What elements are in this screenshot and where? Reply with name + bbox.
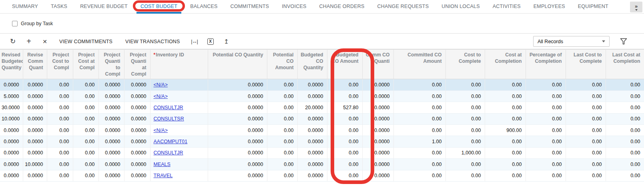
cell[interactable]: 0.00	[606, 90, 644, 102]
tab-activities[interactable]: ACTIVITIES	[486, 0, 527, 14]
column-header-cost-to-complete[interactable]: Cost to Complete	[445, 50, 485, 79]
cell[interactable]: 0.00	[566, 170, 606, 181]
cell[interactable]: 0.00	[485, 102, 526, 113]
cell[interactable]: 0.00	[606, 159, 644, 170]
export-to-excel-button[interactable]: X	[203, 36, 219, 48]
cell[interactable]: 0.0000	[208, 102, 267, 113]
cell[interactable]: 0.00	[485, 170, 526, 181]
cell[interactable]: 0.00	[73, 90, 98, 102]
cell[interactable]: 0.0000	[124, 102, 150, 113]
cell[interactable]: 0.0000	[297, 113, 327, 124]
cell[interactable]: 0.0000	[0, 170, 23, 181]
cell[interactable]: <N/A>	[150, 79, 208, 90]
cell[interactable]: 0.0000	[23, 125, 47, 136]
cell[interactable]: 5.0000	[0, 90, 23, 102]
column-header-project-cost-to-compl[interactable]: Project Cost to Compl	[47, 50, 73, 79]
cell[interactable]: 0.00	[445, 102, 485, 113]
cell[interactable]: 0.00	[393, 90, 445, 102]
cell[interactable]: 0.00	[393, 170, 445, 181]
cell[interactable]: 0.00	[267, 90, 297, 102]
cell[interactable]: 0.0000	[23, 90, 47, 102]
cell[interactable]: 0.00	[393, 79, 445, 90]
cell[interactable]: 0.00	[445, 125, 485, 136]
cell[interactable]: 0.0000	[124, 113, 150, 124]
tab-change-requests[interactable]: CHANGE REQUESTS	[371, 0, 435, 14]
cell[interactable]: 0.0000	[297, 90, 327, 102]
cell[interactable]: 10.0000	[0, 113, 23, 124]
cell[interactable]: 0.0000	[208, 147, 267, 158]
cell[interactable]: 0.0000	[208, 113, 267, 124]
tab-equipment[interactable]: EQUIPMENT	[572, 0, 615, 14]
cell[interactable]: 0.0000	[297, 170, 327, 181]
column-header-last-cost-at-completion[interactable]: Last Cost at Completion	[606, 50, 644, 79]
cell[interactable]: <N/A>	[150, 125, 208, 136]
cell[interactable]: 0.00	[526, 90, 566, 102]
cell[interactable]: 0.0000	[362, 147, 393, 158]
cell[interactable]: 0.0000	[208, 170, 267, 181]
records-filter-dropdown[interactable]: All Records	[533, 36, 610, 47]
cell[interactable]: 0.00	[566, 90, 606, 102]
refresh-button[interactable]: ↻	[5, 36, 21, 48]
cell[interactable]: 0.00	[526, 170, 566, 181]
cell[interactable]: 0.00	[267, 102, 297, 113]
cell[interactable]: 0.00	[327, 136, 362, 147]
cell[interactable]: 0.00	[526, 113, 566, 124]
cell[interactable]: 0.0000	[98, 136, 124, 147]
cell[interactable]: 0.0000	[208, 79, 267, 90]
cell[interactable]: 0.00	[526, 147, 566, 158]
column-header-potential-co-quantity[interactable]: Potential CO Quantity	[208, 50, 267, 79]
cell[interactable]: 0.0000	[98, 147, 124, 158]
cell[interactable]: 0.0000	[297, 159, 327, 170]
cell[interactable]: 0.0000	[297, 125, 327, 136]
cell[interactable]: 0.00	[327, 79, 362, 90]
tab-change-orders[interactable]: CHANGE ORDERS	[313, 0, 371, 14]
inventory-link[interactable]: <N/A>	[154, 94, 168, 99]
cell[interactable]: 0.00	[327, 113, 362, 124]
cell[interactable]: 0.00	[47, 79, 73, 90]
cell[interactable]: 0.00	[327, 170, 362, 181]
cell[interactable]: 0.00	[566, 147, 606, 158]
cell[interactable]: 0.0000	[23, 136, 47, 147]
cell[interactable]: 0.0000	[297, 147, 327, 158]
cell[interactable]: 0.00	[47, 136, 73, 147]
column-header-inventory-id[interactable]: *Inventory ID	[150, 50, 208, 79]
tab-union-locals[interactable]: UNION LOCALS	[435, 0, 486, 14]
cell[interactable]: 0.0000	[297, 79, 327, 90]
cell[interactable]: 0.00	[47, 102, 73, 113]
cell[interactable]: 0.00	[485, 159, 526, 170]
cell[interactable]: 0.00	[445, 79, 485, 90]
tab-commitments[interactable]: COMMITMENTS	[224, 0, 276, 14]
cell[interactable]: 0.00	[526, 136, 566, 147]
cell[interactable]: 0.0000	[23, 79, 47, 90]
cell[interactable]: 0.00	[445, 159, 485, 170]
cell[interactable]: 0.00	[566, 136, 606, 147]
cell[interactable]: 0.00	[526, 159, 566, 170]
cell[interactable]: 0.00	[267, 147, 297, 158]
cell[interactable]: 0.00	[73, 79, 98, 90]
cell[interactable]: 0.00	[485, 113, 526, 124]
cell[interactable]: 0.0000	[98, 125, 124, 136]
cell[interactable]: 0.00	[566, 102, 606, 113]
cell[interactable]: 0.00	[445, 90, 485, 102]
cell[interactable]: 0.00	[327, 147, 362, 158]
cell[interactable]: 0.0000	[208, 90, 267, 102]
cell[interactable]: 0.00	[606, 170, 644, 181]
cell[interactable]: 0.00	[73, 159, 98, 170]
cell[interactable]: 0.0000	[362, 113, 393, 124]
tab-cost-budget[interactable]: COST BUDGET	[134, 0, 184, 14]
cell[interactable]: 0.0000	[362, 170, 393, 181]
cell[interactable]: 30.0000	[0, 102, 23, 113]
cell[interactable]: 20.0000	[297, 102, 327, 113]
tab-summary[interactable]: SUMMARY	[6, 0, 44, 14]
cell[interactable]: 0.0000	[124, 159, 150, 170]
filter-settings-button[interactable]	[620, 38, 627, 46]
cell[interactable]: 0.0000	[0, 79, 23, 90]
cell[interactable]: 0.0000	[98, 113, 124, 124]
column-header-project-quanti-to-compl[interactable]: Project Quanti to Compl	[98, 50, 124, 79]
view-commitments-button[interactable]: VIEW COMMITMENTS	[53, 36, 119, 48]
cell[interactable]: 0.0000	[362, 136, 393, 147]
cell[interactable]: 0.00	[47, 90, 73, 102]
tab-tasks[interactable]: TASKS	[44, 0, 74, 14]
delete-row-button[interactable]: ✕	[37, 36, 53, 48]
inventory-link[interactable]: MEALS	[154, 162, 171, 167]
